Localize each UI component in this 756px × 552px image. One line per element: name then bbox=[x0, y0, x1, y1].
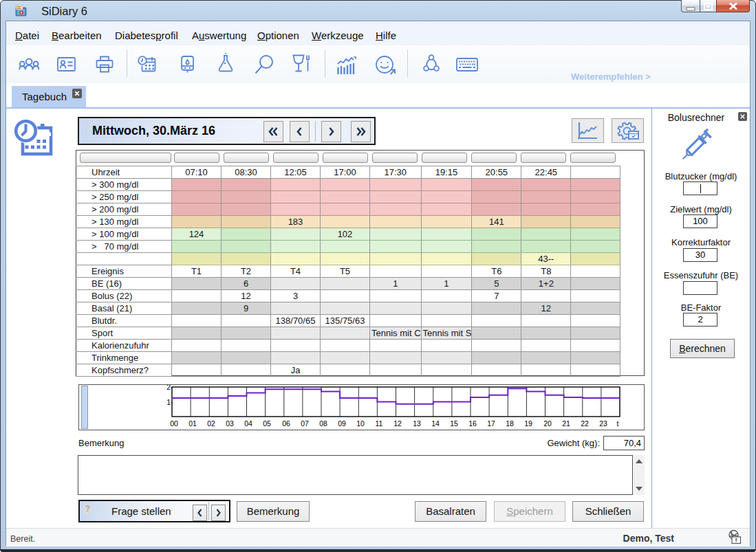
svg-text:10: 10 bbox=[356, 419, 365, 428]
svg-text:15: 15 bbox=[450, 419, 458, 428]
svg-text:03: 03 bbox=[226, 419, 234, 428]
svg-text:19: 19 bbox=[524, 419, 532, 428]
svg-text:23: 23 bbox=[599, 419, 607, 428]
svg-text:17: 17 bbox=[487, 419, 495, 428]
svg-text:13: 13 bbox=[413, 419, 421, 428]
svg-text:04: 04 bbox=[244, 419, 252, 428]
svg-text:11: 11 bbox=[376, 419, 383, 428]
svg-text:22: 22 bbox=[581, 419, 589, 428]
svg-text:06: 06 bbox=[282, 419, 290, 428]
svg-text:01: 01 bbox=[188, 419, 197, 428]
svg-text:05: 05 bbox=[263, 419, 271, 428]
svg-text:1: 1 bbox=[166, 398, 171, 406]
svg-text:12: 12 bbox=[393, 419, 402, 428]
svg-text:02: 02 bbox=[207, 419, 215, 428]
svg-text:08: 08 bbox=[319, 419, 327, 428]
svg-text:20: 20 bbox=[543, 419, 552, 428]
svg-text:18: 18 bbox=[506, 419, 514, 428]
svg-text:t: t bbox=[617, 419, 619, 428]
svg-text:07: 07 bbox=[301, 419, 309, 428]
svg-text:2: 2 bbox=[166, 385, 171, 391]
svg-text:09: 09 bbox=[338, 419, 346, 428]
svg-text:21: 21 bbox=[562, 419, 570, 428]
svg-text:14: 14 bbox=[431, 419, 440, 428]
svg-text:16: 16 bbox=[468, 419, 477, 428]
svg-text:00: 00 bbox=[170, 419, 178, 428]
